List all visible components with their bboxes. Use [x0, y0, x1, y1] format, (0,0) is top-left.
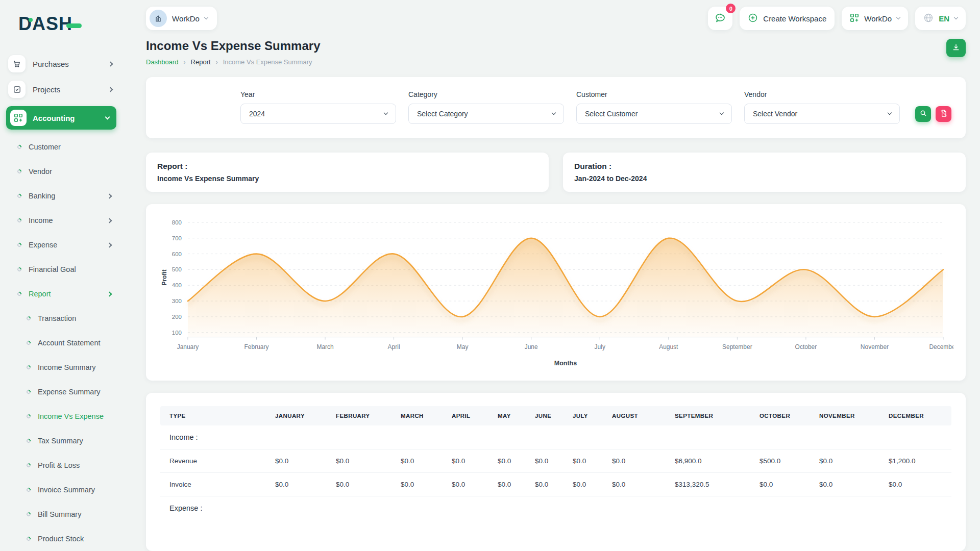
filter-fields: Year 2024 Category Select Category: [240, 90, 900, 124]
sidebar-nav: PurchasesProjects Accounting CustomerVen…: [0, 51, 122, 551]
table-cell-type: Revenue: [160, 449, 270, 472]
donut-bullet-icon: [26, 364, 31, 370]
sidebar-item-label: Profit & Loss: [38, 461, 111, 469]
customer-select-value: Select Customer: [585, 110, 638, 118]
chevron-down-icon: [552, 111, 556, 115]
sidebar-item-product-stock[interactable]: Product Stock: [0, 527, 122, 551]
sidebar-item-financial-goal[interactable]: Financial Goal: [0, 257, 122, 282]
dash-logo: DASH: [29, 15, 82, 33]
income-expense-table: TYPEJANUARYFEBRUARYMARCHAPRILMAYJUNEJULY…: [160, 406, 951, 520]
topbar: WorkDo 0: [122, 0, 980, 32]
donut-bullet-icon: [26, 511, 31, 517]
sidebar-item-expense[interactable]: Expense: [0, 233, 122, 257]
table-header-cell: JANUARY: [270, 406, 331, 425]
category-label: Category: [408, 90, 564, 98]
sidebar-item-report[interactable]: Report: [0, 282, 122, 306]
sidebar-item-banking[interactable]: Banking: [0, 184, 122, 208]
chevron-separator-icon: ›: [216, 59, 218, 66]
sidebar-item-accounting[interactable]: Accounting: [6, 106, 116, 130]
sidebar-item-bill-summary[interactable]: Bill Summary: [0, 502, 122, 527]
sidebar-item-profit-loss[interactable]: Profit & Loss: [0, 453, 122, 478]
search-icon: [919, 109, 927, 119]
table-header-cell: APRIL: [447, 406, 493, 425]
workspace-pill[interactable]: WorkDo: [146, 7, 217, 30]
report-summary-card: Report : Income Vs Expense Summary: [146, 153, 549, 192]
table-cell: $0.0: [493, 449, 530, 472]
duration-card-value: Jan-2024 to Dec-2024: [574, 174, 954, 183]
sidebar-item-income-vs-expense[interactable]: Income Vs Expense: [0, 404, 122, 429]
table-header-cell: NOVEMBER: [814, 406, 884, 425]
sidebar-item-income-summary[interactable]: Income Summary: [0, 355, 122, 380]
chevron-right-icon: [107, 291, 112, 296]
chevron-down-icon: [384, 111, 388, 115]
sidebar-item-vendor[interactable]: Vendor: [0, 159, 122, 184]
svg-text:August: August: [659, 343, 678, 350]
table-cell-type: Invoice: [160, 472, 270, 496]
svg-text:Profit: Profit: [161, 269, 168, 285]
sidebar-item-label: Customer: [29, 143, 111, 151]
table-cell: $0.0: [447, 472, 493, 496]
chevron-right-icon: [107, 242, 112, 247]
category-field: Category Select Category: [408, 90, 564, 124]
sidebar-item-transaction[interactable]: Transaction: [0, 306, 122, 331]
donut-bullet-icon: [16, 242, 22, 247]
breadcrumb: Dashboard › Report › Income Vs Expense S…: [146, 58, 320, 66]
create-workspace-button[interactable]: Create Workspace: [740, 7, 835, 30]
donut-bullet-icon: [16, 266, 22, 272]
table-header-cell: FEBRUARY: [331, 406, 396, 425]
chevron-down-icon: [720, 111, 724, 115]
table-cell: $0.0: [396, 472, 447, 496]
sidebar-item-customer[interactable]: Customer: [0, 135, 122, 159]
sidebar-item-tax-summary[interactable]: Tax Summary: [0, 429, 122, 453]
breadcrumb-dashboard[interactable]: Dashboard: [146, 58, 179, 66]
sidebar-item-expense-summary[interactable]: Expense Summary: [0, 380, 122, 404]
svg-text:October: October: [795, 343, 817, 350]
table-cell: $313,320.5: [670, 472, 754, 496]
sidebar-item-account-statement[interactable]: Account Statement: [0, 331, 122, 355]
table-cell: $0.0: [493, 472, 530, 496]
svg-text:September: September: [722, 343, 752, 350]
svg-text:April: April: [388, 343, 400, 350]
table-header-row: TYPEJANUARYFEBRUARYMARCHAPRILMAYJUNEJULY…: [160, 406, 951, 425]
workspace-name: WorkDo: [172, 14, 200, 23]
donut-bullet-icon: [26, 389, 31, 394]
vendor-field: Vendor Select Vendor: [744, 90, 900, 124]
apply-filter-button[interactable]: [915, 106, 931, 122]
download-report-button[interactable]: [946, 39, 966, 57]
year-select[interactable]: 2024: [240, 104, 396, 124]
duration-card-title: Duration :: [574, 162, 954, 171]
sidebar-item-label: Bill Summary: [38, 510, 111, 518]
table-section-row: Income :: [160, 425, 951, 449]
page-content: Income Vs Expense Summary Dashboard › Re…: [122, 32, 980, 551]
customer-select[interactable]: Select Customer: [576, 104, 732, 124]
svg-text:100: 100: [172, 330, 182, 336]
sidebar-item-label: Accounting: [33, 114, 106, 122]
language-selector[interactable]: EN: [915, 7, 966, 30]
vendor-select[interactable]: Select Vendor: [744, 104, 900, 124]
donut-bullet-icon: [26, 438, 31, 443]
table-header-cell: JULY: [568, 406, 607, 425]
sidebar-item-label: Financial Goal: [29, 265, 111, 273]
svg-text:July: July: [595, 343, 605, 350]
sidebar-item-projects[interactable]: Projects: [0, 77, 122, 102]
messages-button[interactable]: 0: [708, 7, 732, 30]
page-title: Income Vs Expense Summary: [146, 39, 320, 53]
reset-filter-button[interactable]: [936, 106, 951, 122]
table-cell: $0.0: [530, 472, 568, 496]
category-select[interactable]: Select Category: [408, 104, 564, 124]
file-slash-icon: [940, 109, 948, 119]
brand-logo[interactable]: DASH: [0, 9, 122, 39]
sidebar-item-invoice-summary[interactable]: Invoice Summary: [0, 478, 122, 502]
chevron-down-icon: [896, 15, 900, 19]
svg-text:400: 400: [172, 282, 182, 288]
topbar-right: 0 Create Workspace: [708, 7, 966, 30]
main-column: WorkDo 0: [122, 0, 980, 551]
workspace-switcher[interactable]: WorkDo: [842, 7, 908, 30]
report-card-value: Income Vs Expense Summary: [157, 174, 537, 183]
workspace-avatar-icon: [150, 10, 167, 27]
sidebar-item-income[interactable]: Income: [0, 208, 122, 233]
checkbox-icon: [8, 81, 26, 98]
sidebar-item-purchases[interactable]: Purchases: [0, 51, 122, 77]
breadcrumb-report[interactable]: Report: [191, 58, 211, 66]
table-cell: $0.0: [270, 472, 331, 496]
